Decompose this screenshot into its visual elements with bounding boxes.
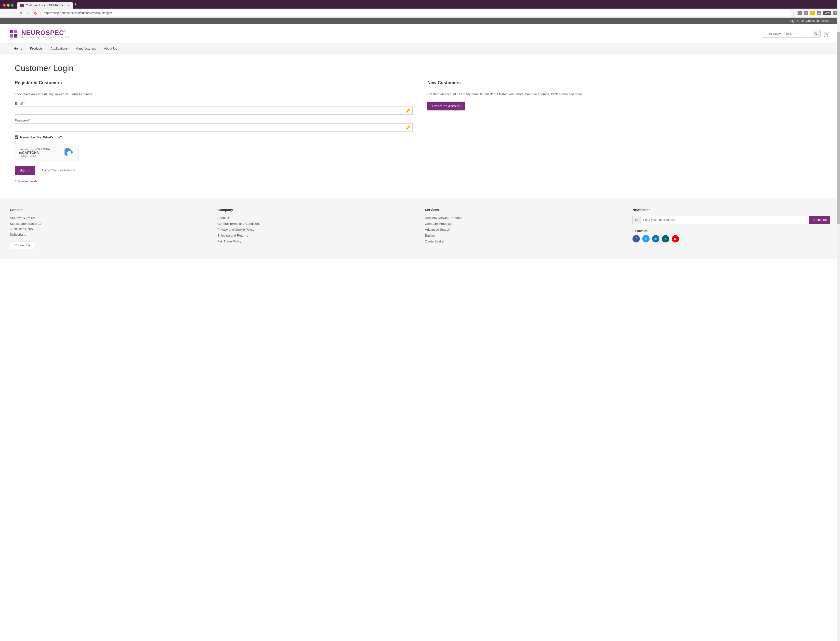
nav-link-manufacturers[interactable]: Manufacturers [72,43,100,53]
footer-link-quote-basket[interactable]: Quote Basket [425,240,444,243]
footer-link-privacy[interactable]: Privacy and Cookie Policy [217,228,254,232]
tab-favicon [20,4,24,7]
footer-link-shipping[interactable]: Shipping and Returns [217,234,248,237]
search-bar[interactable]: 🔍 [762,30,821,37]
email-label: Email* [15,101,413,105]
password-autofill-icon: 🔑 [406,125,411,130]
nav-link-home[interactable]: Home [10,43,26,53]
browser-tab[interactable]: Customer Login | NEUROSP... ✕ [17,2,73,9]
footer-company-link-4[interactable]: Fair Trade Policy [217,239,415,243]
new-customers-desc: Creating an account has many benefits: c… [427,92,825,97]
nav-item-products[interactable]: Products [26,43,47,53]
page-title: Customer Login [15,63,825,73]
linkedin-icon[interactable]: in [652,235,660,242]
bookmark-button[interactable]: 🔖 [32,10,39,16]
footer-link-basket[interactable]: Basket [425,234,435,237]
address-bar[interactable]: https://shop.neurospec.com/customer/acco… [40,10,793,16]
footer-company-link-0[interactable]: About Us [217,216,415,220]
logo-sq-tr [14,30,18,33]
footer-contact-title: Contact [10,208,208,212]
footer-link-fair-trade[interactable]: Fair Trade Policy [217,240,241,243]
nav-item-home[interactable]: Home [10,43,26,53]
follow-us-title: Follow Us [632,229,830,233]
nav-link-products[interactable]: Products [26,43,47,53]
topbar-signin-link[interactable]: Sign In [790,19,799,23]
password-label: Password* [15,119,413,122]
footer-company-link-3[interactable]: Shipping and Returns [217,234,415,237]
browser-dots [3,4,13,9]
remember-me-checkbox[interactable] [15,135,18,139]
footer-grid: Contact NEUROSPEC AG Stansstaderstrasse … [10,208,830,249]
password-input-wrapper: 🔑 [15,124,413,132]
logo-area[interactable]: NEUROSPEC® RESEARCH NEUROSCIENCES [10,29,70,39]
bitwarden-icon[interactable]: 🔑 [810,11,815,15]
reload-button[interactable]: ↻ [18,10,24,16]
scrollbar-thumb[interactable] [837,32,840,225]
back-button[interactable]: ← [2,10,8,16]
search-input[interactable] [762,30,811,37]
nav-item-manufacturers[interactable]: Manufacturers [72,43,100,53]
signin-button[interactable]: Sign In [15,166,35,175]
footer-company: NEUROSPEC AG [10,216,208,221]
url-text: https://shop.neurospec.com/customer/acco… [43,11,112,15]
nav-item-applications[interactable]: Applications [47,43,72,53]
create-account-button[interactable]: Create an Account [427,101,465,110]
footer-company-section: Company About Us General Terms and Condi… [217,208,415,249]
footer-service-link-3[interactable]: Basket [425,234,623,237]
youtube-icon[interactable]: ▶ [672,235,679,242]
newsletter-subscribe-button[interactable]: Subscribe [809,216,830,224]
close-dot[interactable] [3,4,6,6]
toolbar-right: ↑ 🛡 🔑 ☁ VPN ☰ [798,11,838,15]
recaptcha-privacy-link[interactable]: Privacy [19,155,27,157]
scrollbar-track[interactable] [837,0,840,259]
email-input[interactable] [15,106,413,114]
xing-icon[interactable]: ✕ [662,235,669,242]
forward-button[interactable]: → [10,10,16,16]
tab-close-btn[interactable]: ✕ [68,4,70,7]
footer-link-about-us[interactable]: About Us [217,216,230,220]
shield-icon[interactable]: 🛡 [804,11,808,15]
footer-company-link-1[interactable]: General Terms and Conditions [217,222,415,225]
footer-link-recently-viewed[interactable]: Recently Viewed Products [425,216,462,220]
nav-item-about[interactable]: About Us [100,43,121,53]
newsletter-email-input[interactable] [640,216,809,224]
footer-link-advanced-search[interactable]: Advanced Search [425,228,450,232]
remember-row: Remember Me What's this? [15,135,413,139]
logo-brand-text: NEUROSPEC® [21,29,70,37]
nav-link-applications[interactable]: Applications [47,43,72,53]
footer-service-link-1[interactable]: Compare Products [425,222,623,225]
extension-icon[interactable]: ☁ [817,11,821,15]
tab-title: Customer Login | NEUROSP... [26,4,66,7]
required-note: * Required Fields [15,180,413,183]
vpn-badge[interactable]: VPN [823,11,831,15]
social-icons: f 𝕏 in ✕ ▶ [632,235,830,242]
recaptcha-terms-link[interactable]: Terms [29,155,36,157]
topbar-create-account-link[interactable]: Create an Account [806,19,830,23]
recaptcha-left: protected by reCAPTCHA reCAPTCHA Privacy… [19,148,50,157]
home-button[interactable]: ⌂ [26,10,30,16]
main-content: Customer Login Registered Customers If y… [0,53,840,198]
twitter-icon[interactable]: 𝕏 [642,235,650,242]
password-input[interactable] [15,124,413,132]
share-icon[interactable]: ↑ [798,11,802,15]
recaptcha-box[interactable]: protected by reCAPTCHA reCAPTCHA Privacy… [15,144,79,161]
facebook-icon[interactable]: f [632,235,640,242]
maximize-dot[interactable] [11,4,13,6]
footer-link-terms[interactable]: General Terms and Conditions [217,222,260,225]
footer-services-links: Recently Viewed Products Compare Product… [425,216,623,243]
footer-service-link-4[interactable]: Quote Basket [425,239,623,243]
cart-icon[interactable]: 🛒 [824,31,830,37]
minimize-dot[interactable] [7,4,10,6]
search-button[interactable]: 🔍 [811,30,821,37]
contact-us-button[interactable]: Contact Us [10,241,35,249]
footer-company-link-2[interactable]: Privacy and Cookie Policy [217,227,415,232]
recaptcha-check-area[interactable] [64,147,74,158]
footer-link-compare[interactable]: Compare Products [425,222,451,225]
footer-service-link-0[interactable]: Recently Viewed Products [425,216,623,220]
new-tab-btn[interactable]: + [74,2,77,9]
nav-link-about[interactable]: About Us [100,43,121,53]
footer-service-link-2[interactable]: Advanced Search [425,227,623,232]
forgot-password-link[interactable]: Forgot Your Password? [42,168,75,172]
whats-this-link[interactable]: What's this? [43,135,62,139]
registered-desc: If you have an account, sign in with you… [15,92,413,97]
